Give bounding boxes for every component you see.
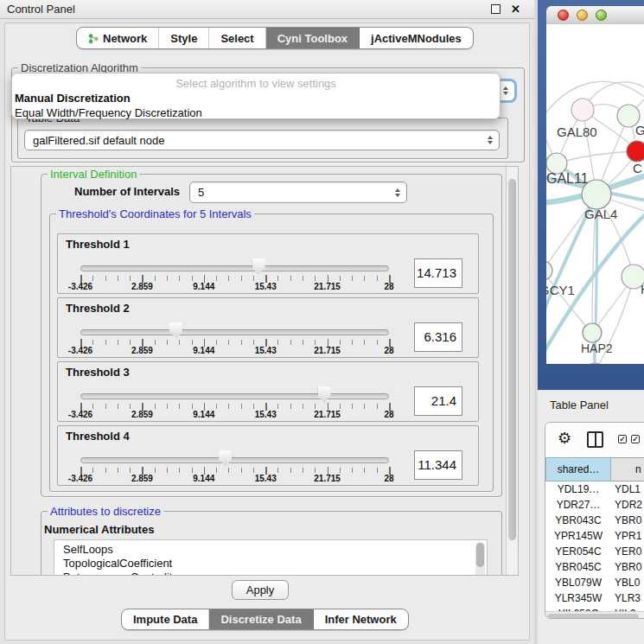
threshold-panel: Threshold 1-3.4262.8599.14415.4321.71528… xyxy=(57,233,479,294)
dropdown-option[interactable]: Manual Discretization xyxy=(12,91,500,105)
dropdown-prompt: Select algorithm to view settings xyxy=(12,77,500,91)
table-row[interactable]: YDR27…YDR2 xyxy=(545,497,644,513)
list-scrollbar[interactable] xyxy=(475,542,485,576)
attribute-list-item[interactable]: BetweennessCentrality xyxy=(54,571,487,576)
network-node[interactable] xyxy=(584,363,605,364)
threshold-panel: Threshold 2-3.4262.8599.14415.4321.71528… xyxy=(57,297,479,358)
network-node[interactable] xyxy=(546,261,552,280)
number-of-intervals-value: 5 xyxy=(198,186,204,199)
attribute-list-item[interactable]: SelfLoops xyxy=(54,543,487,557)
tab-label: Cyni Toolbox xyxy=(277,32,348,45)
network-graph[interactable]: GAL80GACGAL11GAL4GCY1HHAP2 xyxy=(546,24,644,364)
table-scrollbar-thumb[interactable] xyxy=(547,614,639,620)
tick-label: -3.426 xyxy=(68,346,92,355)
slider-track[interactable] xyxy=(80,329,389,335)
threshold-value-field[interactable]: 14.713 xyxy=(414,258,462,288)
tab-label: Network xyxy=(103,32,147,45)
stepper-arrows-icon[interactable] xyxy=(503,86,508,95)
tick-label: 9.144 xyxy=(193,282,214,291)
network-window-titlebar xyxy=(546,6,644,25)
cyni-bottom-tabs: Impute DataDiscretize DataInfer Network xyxy=(121,609,409,630)
table-row[interactable]: YDL19…YDL1 xyxy=(545,481,644,497)
column-header-shared-name[interactable]: shared… xyxy=(545,457,611,481)
table-row[interactable]: YBR043CYBR0 xyxy=(545,513,644,528)
tab-select[interactable]: Select xyxy=(209,28,265,48)
cell-shared-name: YLR345W xyxy=(545,590,611,606)
table-row[interactable]: YLR345WYLR3 xyxy=(545,590,644,606)
bottom-tab-infer-network[interactable]: Infer Network xyxy=(314,609,408,629)
cell-shared-name: YBR043C xyxy=(545,513,611,528)
node-label: GCY1 xyxy=(546,283,575,297)
slider-track[interactable] xyxy=(80,457,389,463)
slider-minor-ticks xyxy=(80,276,390,281)
slider-thumb[interactable] xyxy=(169,322,182,339)
minimize-traffic-light-icon[interactable] xyxy=(577,10,588,21)
network-view-window: GAL80GACGAL11GAL4GCY1HHAP2 xyxy=(538,0,644,390)
stepper-arrows-icon[interactable] xyxy=(488,136,493,144)
table-row[interactable]: YBL079WYBL0 xyxy=(545,575,644,590)
settings-scrollbar-thumb[interactable] xyxy=(508,179,516,540)
slider-thumb[interactable] xyxy=(252,258,265,275)
slider-track[interactable] xyxy=(80,393,389,399)
tab-label: Discretize Data xyxy=(220,613,301,626)
apply-button[interactable]: Apply xyxy=(232,580,289,600)
tick-label: 21.715 xyxy=(314,410,341,419)
tab-style[interactable]: Style xyxy=(159,28,209,48)
network-node[interactable] xyxy=(571,99,594,121)
threshold-label: Threshold 3 xyxy=(66,366,130,379)
thresholds-group: Threshold 1-3.4262.8599.14415.4321.71528… xyxy=(49,214,494,492)
checkbox-icon[interactable]: ✓ xyxy=(631,435,640,443)
threshold-value-field[interactable]: 21.4 xyxy=(414,386,462,416)
settings-scrollbar[interactable] xyxy=(506,167,518,575)
settings-scroll-area: Interval Definition Number of Intervals … xyxy=(10,166,519,576)
tab-label: jActiveMNodules xyxy=(371,32,462,45)
network-node[interactable] xyxy=(627,141,644,162)
table-data-select[interactable]: galFiltered.sif default node xyxy=(24,130,500,150)
stepper-arrows-icon[interactable] xyxy=(395,188,400,197)
gear-icon[interactable]: ⚙ xyxy=(558,429,571,448)
tick-label: 15.43 xyxy=(255,410,277,419)
tab-label: Select xyxy=(220,32,253,45)
number-of-intervals-select[interactable]: 5 xyxy=(189,182,407,203)
panel-title: Control Panel xyxy=(7,3,491,16)
bottom-tab-discretize-data[interactable]: Discretize Data xyxy=(209,609,313,629)
cell-name: YBR0 xyxy=(611,559,644,575)
checkbox-icon[interactable]: ✓ xyxy=(618,435,627,443)
network-canvas[interactable]: GAL80GACGAL11GAL4GCY1HHAP2 xyxy=(546,24,644,364)
network-node[interactable] xyxy=(583,323,602,342)
cell-shared-name: YDL19… xyxy=(545,481,611,497)
zoom-traffic-light-icon[interactable] xyxy=(596,10,607,21)
dropdown-option[interactable]: Equal Width/Frequency Discretization xyxy=(12,105,500,120)
column-header-name[interactable]: n xyxy=(611,457,644,481)
close-icon[interactable]: ✕ xyxy=(511,5,520,14)
list-scrollbar-thumb[interactable] xyxy=(476,543,484,567)
table-row[interactable]: YER054CYER0 xyxy=(545,544,644,559)
table-horizontal-scrollbar[interactable] xyxy=(545,611,644,619)
numerical-attributes-list[interactable]: SelfLoopsTopologicalCoefficientBetweenne… xyxy=(54,539,488,576)
slider-thumb[interactable] xyxy=(318,386,331,403)
cell-name: YBL0 xyxy=(611,575,644,590)
node-label: GAL80 xyxy=(557,124,597,139)
tick-label: 9.144 xyxy=(193,410,214,419)
tab-jactivemnodules[interactable]: jActiveMNodules xyxy=(360,28,473,48)
cell-shared-name: YDR27… xyxy=(545,497,611,513)
float-window-icon[interactable] xyxy=(491,4,501,14)
tab-cyni-toolbox[interactable]: Cyni Toolbox xyxy=(266,28,360,48)
algorithm-dropdown-popup: Select algorithm to view settings Manual… xyxy=(11,73,501,119)
tab-network[interactable]: Network xyxy=(77,28,159,48)
tab-label: Infer Network xyxy=(325,613,397,626)
tick-label: 15.43 xyxy=(255,282,277,291)
cell-shared-name: YBR045C xyxy=(545,559,611,575)
close-traffic-light-icon[interactable] xyxy=(558,10,569,21)
slider-track[interactable] xyxy=(80,265,389,271)
threshold-label: Threshold 2 xyxy=(66,302,130,315)
split-columns-icon[interactable] xyxy=(587,431,603,448)
threshold-value-field[interactable]: 11.344 xyxy=(414,450,462,480)
threshold-value-field[interactable]: 6.316 xyxy=(414,322,462,352)
tick-label: 2.859 xyxy=(131,282,153,291)
table-row[interactable]: YBR045CYBR0 xyxy=(545,559,644,575)
attribute-list-item[interactable]: TopologicalCoefficient xyxy=(54,557,487,571)
bottom-tab-impute-data[interactable]: Impute Data xyxy=(122,609,209,629)
table-row[interactable]: YPR145WYPR1 xyxy=(545,528,644,544)
slider-thumb[interactable] xyxy=(219,450,232,467)
